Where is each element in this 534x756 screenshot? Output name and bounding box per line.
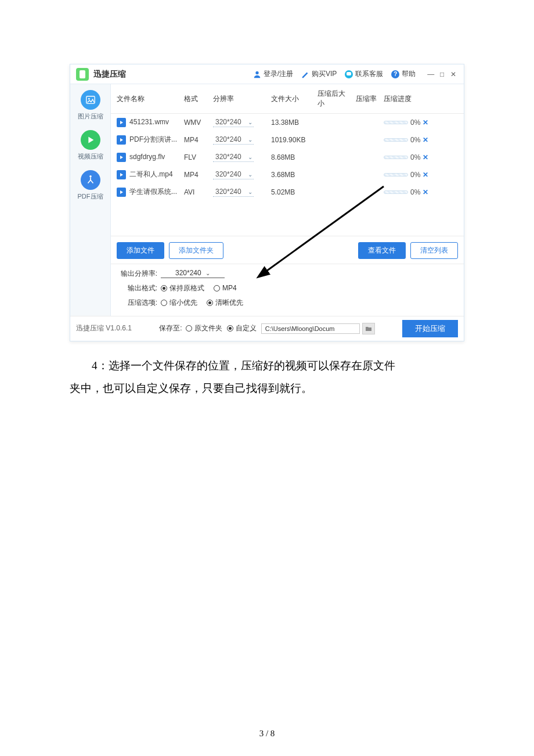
clear-list-button[interactable]: 清空列表 [410, 242, 458, 259]
pen-icon [301, 70, 309, 78]
progress-bar [384, 121, 408, 124]
buy-vip-label: 购买VIP [312, 69, 337, 79]
folder-icon [365, 326, 372, 332]
resolution-value: 320*240 [215, 153, 241, 161]
file-format: FLV [181, 149, 210, 166]
output-resolution-label: 输出分辨率: [117, 269, 157, 279]
remove-row-button[interactable]: ✕ [423, 153, 428, 161]
radio-dot-icon [161, 300, 167, 306]
maximize-button[interactable]: □ [438, 70, 447, 78]
sidebar-label: 图片压缩 [70, 112, 110, 121]
svg-point-4 [89, 175, 92, 178]
progress-bar [384, 156, 408, 159]
progress-percent: 0% [410, 153, 420, 161]
radio-dot-icon [161, 285, 167, 291]
play-file-icon [117, 153, 126, 162]
radio-small-priority[interactable]: 缩小优先 [161, 298, 197, 308]
file-after-size [314, 149, 352, 166]
col-header-after-size: 压缩后大小 [314, 84, 352, 114]
progress-bar [384, 138, 408, 142]
sidebar-item-video-compress[interactable]: 视频压缩 [70, 127, 110, 167]
start-compress-button[interactable]: 开始压缩 [402, 320, 458, 337]
progress-percent: 0% [410, 118, 420, 127]
col-header-rate: 压缩率 [352, 84, 380, 114]
page-number: 3 / 8 [0, 729, 534, 739]
table-row: sdgfdryg.flv FLV 320*240⌄ 8.68MB 0%✕ [111, 149, 464, 166]
play-file-icon [117, 170, 126, 179]
sidebar-item-image-compress[interactable]: 图片压缩 [70, 87, 110, 127]
file-size: 13.38MB [268, 114, 314, 131]
col-header-format: 格式 [181, 84, 210, 114]
remove-row-button[interactable]: ✕ [423, 188, 428, 196]
login-link[interactable]: 登录/注册 [253, 69, 293, 79]
radio-save-custom[interactable]: 自定义 [227, 323, 257, 333]
resolution-select[interactable]: 320*240⌄ [213, 135, 254, 145]
sidebar-item-pdf-compress[interactable]: PDF压缩 [70, 167, 110, 207]
remove-row-button[interactable]: ✕ [423, 171, 428, 179]
resolution-value: 320*240 [215, 118, 241, 126]
col-header-name: 文件名称 [111, 84, 181, 114]
radio-label: 自定义 [236, 323, 257, 333]
file-rate [352, 131, 380, 149]
user-icon [253, 70, 261, 78]
progress-percent: 0% [410, 171, 420, 179]
help-link[interactable]: ? 帮助 [391, 69, 416, 79]
browse-folder-button[interactable] [362, 323, 375, 334]
output-resolution-value: 320*240 [175, 269, 201, 277]
add-folder-button[interactable]: 添加文件夹 [169, 242, 223, 259]
footer-bar: 迅捷压缩 V1.0.6.1 保存至: 原文件夹 自定义 C:\Users\Mlo… [70, 316, 464, 341]
save-path-input[interactable]: C:\Users\Mloong\Docum [261, 323, 360, 334]
file-rate [352, 114, 380, 131]
file-format: AVI [181, 183, 210, 201]
resolution-value: 320*240 [215, 188, 241, 196]
close-button[interactable]: ✕ [449, 70, 458, 78]
add-file-button[interactable]: 添加文件 [117, 242, 164, 259]
pdf-icon [81, 170, 100, 190]
contact-link[interactable]: 联系客服 [345, 69, 383, 79]
file-name: 学生请假系统... [129, 188, 177, 196]
resolution-value: 320*240 [215, 135, 241, 143]
contact-label: 联系客服 [355, 69, 383, 79]
sidebar-label: 视频压缩 [70, 152, 110, 161]
window-controls: — □ ✕ [426, 70, 458, 78]
chevron-down-icon: ⌄ [205, 270, 210, 276]
buy-vip-link[interactable]: 购买VIP [301, 69, 337, 79]
annotation-arrow-icon [244, 175, 395, 291]
table-row: PDF分割演讲... MP4 320*240⌄ 1019.90KB 0%✕ [111, 131, 464, 149]
radio-dot-icon [207, 300, 213, 306]
play-file-icon [117, 118, 126, 127]
radio-keep-format[interactable]: 保持原格式 [161, 283, 204, 293]
radio-dot-icon [186, 325, 192, 332]
radio-clear-priority[interactable]: 清晰优先 [207, 298, 243, 308]
play-file-icon [117, 135, 126, 145]
radio-save-original[interactable]: 原文件夹 [186, 323, 222, 333]
col-header-progress: 压缩进度 [380, 84, 464, 114]
resolution-select[interactable]: 320*240⌄ [213, 152, 254, 162]
file-format: WMV [181, 114, 210, 131]
resolution-select[interactable]: 320*240⌄ [213, 117, 254, 127]
titlebar: 迅捷压缩 登录/注册 购买VIP 联系客服 ? 帮助 — □ ✕ [70, 64, 464, 84]
image-icon [81, 90, 100, 110]
file-after-size [314, 114, 352, 131]
radio-mp4[interactable]: MP4 [214, 284, 237, 292]
save-to-label: 保存至: [159, 323, 182, 333]
help-label: 帮助 [402, 69, 416, 79]
document-paragraph: 4：选择一个文件保存的位置，压缩好的视频可以保存在原文件 夹中，也可以自定义保存… [70, 354, 464, 401]
chevron-down-icon: ⌄ [248, 136, 252, 143]
resolution-value: 320*240 [215, 170, 241, 178]
file-format: MP4 [181, 166, 210, 183]
svg-line-5 [265, 186, 384, 272]
remove-row-button[interactable]: ✕ [423, 118, 428, 127]
play-file-icon [117, 188, 126, 197]
chevron-down-icon: ⌄ [248, 119, 252, 125]
minimize-button[interactable]: — [426, 70, 435, 78]
chat-icon [345, 70, 353, 78]
doc-line-2: 夹中，也可以自定义保存，只要自己找得到就行。 [70, 382, 312, 394]
app-window: 迅捷压缩 登录/注册 购买VIP 联系客服 ? 帮助 — □ ✕ [70, 64, 464, 341]
login-label: 登录/注册 [264, 69, 293, 79]
help-icon: ? [391, 70, 399, 78]
remove-row-button[interactable]: ✕ [423, 136, 428, 144]
output-resolution-select[interactable]: 320*240 ⌄ [161, 269, 225, 278]
app-logo-icon [76, 68, 89, 81]
progress-percent: 0% [410, 136, 420, 144]
